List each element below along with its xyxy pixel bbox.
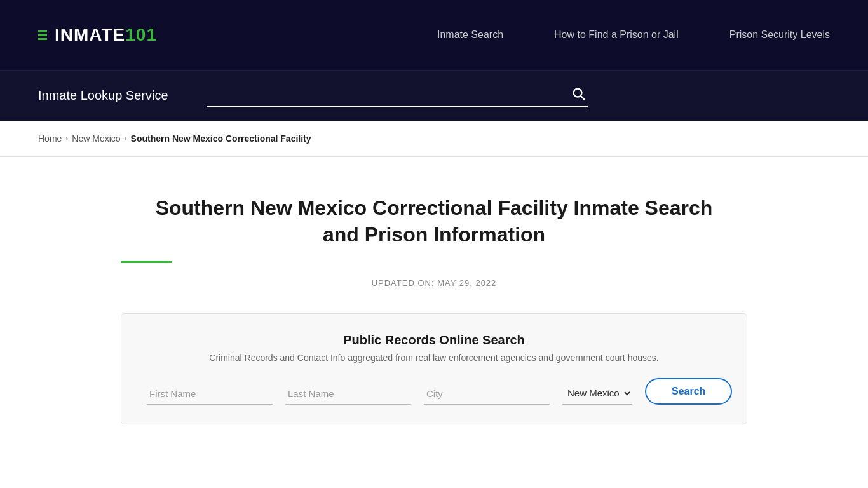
search-label: Inmate Lookup Service	[38, 88, 168, 103]
breadcrumb-sep-2: ›	[125, 134, 127, 143]
first-name-input[interactable]	[147, 383, 273, 405]
state-select[interactable]: New Mexico Alabama Alaska Arizona Arkans…	[562, 382, 632, 405]
search-bar-section: Inmate Lookup Service	[0, 70, 868, 121]
search-input[interactable]	[207, 85, 588, 106]
updated-date: UPDATED ON: MAY 29, 2022	[38, 278, 830, 288]
records-search-button[interactable]: Search	[645, 378, 732, 405]
breadcrumb-section: Home › New Mexico › Southern New Mexico …	[0, 121, 868, 157]
first-name-field	[147, 383, 273, 405]
city-input[interactable]	[424, 383, 550, 405]
nav-links: Inmate Search How to Find a Prison or Ja…	[437, 29, 830, 41]
city-field	[424, 383, 550, 405]
nav-find-prison[interactable]: How to Find a Prison or Jail	[554, 29, 679, 41]
logo-icon	[38, 30, 47, 40]
nav-security-levels[interactable]: Prison Security Levels	[729, 29, 830, 41]
breadcrumb-current: Southern New Mexico Correctional Facilit…	[131, 133, 311, 144]
records-card: Public Records Online Search Criminal Re…	[121, 313, 747, 424]
page-title: Southern New Mexico Correctional Facilit…	[148, 195, 720, 248]
last-name-input[interactable]	[285, 383, 411, 405]
top-navigation: INMATE101 Inmate Search How to Find a Pr…	[0, 0, 868, 70]
breadcrumb-home[interactable]: Home	[38, 133, 62, 144]
logo[interactable]: INMATE101	[38, 25, 157, 45]
records-card-title: Public Records Online Search	[147, 333, 721, 348]
logo-text: INMATE101	[55, 25, 157, 45]
last-name-field	[285, 383, 411, 405]
search-submit-button[interactable]	[569, 84, 588, 106]
title-underline	[121, 261, 172, 263]
breadcrumb-sep-1: ›	[65, 134, 68, 143]
search-input-wrap	[207, 85, 588, 107]
records-card-subtitle: Criminal Records and Contact Info aggreg…	[147, 353, 721, 363]
nav-inmate-search[interactable]: Inmate Search	[437, 29, 503, 41]
main-content: Southern New Mexico Correctional Facilit…	[0, 157, 868, 450]
state-field: New Mexico Alabama Alaska Arizona Arkans…	[562, 382, 632, 405]
breadcrumb-state[interactable]: New Mexico	[72, 133, 120, 144]
svg-line-1	[581, 96, 584, 99]
records-form: New Mexico Alabama Alaska Arizona Arkans…	[147, 378, 721, 405]
breadcrumb: Home › New Mexico › Southern New Mexico …	[38, 133, 830, 144]
search-icon	[571, 86, 585, 100]
